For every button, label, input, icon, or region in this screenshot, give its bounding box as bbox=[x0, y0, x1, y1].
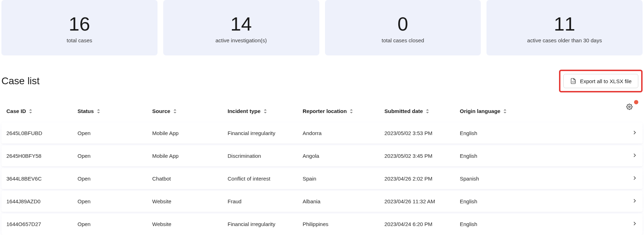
column-label: Source bbox=[152, 108, 170, 114]
svg-text:XLSX: XLSX bbox=[572, 81, 575, 83]
case-table: Case ID Status Source Incident type Repo… bbox=[0, 102, 644, 235]
table-row[interactable]: 3644L8BEV6C Open Chatbot Conflict of int… bbox=[1, 168, 643, 189]
stat-label: active investigation(s) bbox=[170, 37, 312, 43]
cell-case-id: 1644J89AZD0 bbox=[6, 198, 78, 204]
cell-submitted-date: 2023/04/26 11:32 AM bbox=[384, 198, 460, 204]
table-row[interactable]: 1644J89AZD0 Open Website Fraud Albania 2… bbox=[1, 191, 643, 212]
table-header-row: Case ID Status Source Incident type Repo… bbox=[1, 102, 643, 120]
cell-reporter-location: Albania bbox=[303, 198, 384, 204]
stat-card: 0 total cases closed bbox=[325, 0, 481, 55]
table-row[interactable]: 2645L0BFUBD Open Mobile App Financial ir… bbox=[1, 123, 643, 144]
chevron-right-icon bbox=[623, 130, 638, 136]
column-header-case-id[interactable]: Case ID bbox=[6, 108, 78, 114]
list-header: Case list XLSX Export all to XLSX file bbox=[0, 70, 644, 92]
cell-status: Open bbox=[78, 176, 152, 182]
sort-icon bbox=[97, 109, 100, 113]
stat-card: 14 active investigation(s) bbox=[163, 0, 319, 55]
chevron-right-icon bbox=[623, 152, 638, 159]
column-header-reporter-location[interactable]: Reporter location bbox=[303, 108, 384, 114]
sort-icon bbox=[29, 109, 32, 113]
stat-value: 16 bbox=[9, 14, 150, 34]
cell-case-id: 2645H0BFY58 bbox=[6, 153, 78, 159]
sort-icon bbox=[426, 109, 429, 113]
sort-icon bbox=[503, 109, 507, 113]
table-row[interactable]: 1644O657D27 Open Website Financial irreg… bbox=[1, 214, 643, 235]
column-label: Reporter location bbox=[303, 108, 347, 114]
cell-origin-language: English bbox=[460, 221, 623, 227]
cell-case-id: 2645L0BFUBD bbox=[6, 130, 78, 136]
column-header-submitted-date[interactable]: Submitted date bbox=[384, 108, 460, 114]
cell-incident-type: Conflict of interest bbox=[228, 176, 303, 182]
table-settings-button[interactable] bbox=[626, 104, 633, 111]
cell-origin-language: Spanish bbox=[460, 176, 623, 182]
column-label: Origin language bbox=[460, 108, 500, 114]
column-header-source[interactable]: Source bbox=[152, 108, 228, 114]
cell-reporter-location: Andorra bbox=[303, 130, 384, 136]
cell-status: Open bbox=[78, 198, 152, 204]
stats-row: 16 total cases 14 active investigation(s… bbox=[0, 0, 644, 55]
xlsx-file-icon: XLSX bbox=[570, 78, 576, 84]
stat-card: 11 active cases older than 30 days bbox=[486, 0, 643, 55]
cell-submitted-date: 2023/05/02 3:53 PM bbox=[384, 130, 460, 136]
cell-case-id: 3644L8BEV6C bbox=[6, 176, 78, 182]
chevron-right-icon bbox=[623, 198, 638, 205]
cell-submitted-date: 2023/05/02 3:45 PM bbox=[384, 153, 460, 159]
cell-origin-language: English bbox=[460, 153, 623, 159]
cell-source: Website bbox=[152, 198, 228, 204]
column-label: Submitted date bbox=[384, 108, 423, 114]
cell-source: Mobile App bbox=[152, 130, 228, 136]
column-label: Status bbox=[78, 108, 94, 114]
cell-reporter-location: Angola bbox=[303, 153, 384, 159]
cell-origin-language: English bbox=[460, 130, 623, 136]
cell-incident-type: Financial irregularity bbox=[228, 130, 303, 136]
chevron-right-icon bbox=[623, 221, 638, 227]
stat-label: total cases closed bbox=[332, 37, 474, 43]
cell-reporter-location: Philippines bbox=[303, 221, 384, 227]
cell-case-id: 1644O657D27 bbox=[6, 221, 78, 227]
cell-origin-language: English bbox=[460, 198, 623, 204]
cell-source: Website bbox=[152, 221, 228, 227]
svg-point-1 bbox=[629, 106, 630, 108]
column-header-incident-type[interactable]: Incident type bbox=[228, 108, 303, 114]
chevron-right-icon bbox=[623, 175, 638, 182]
cell-status: Open bbox=[78, 221, 152, 227]
stat-label: active cases older than 30 days bbox=[494, 37, 635, 43]
column-header-origin-language[interactable]: Origin language bbox=[460, 108, 631, 114]
gear-icon bbox=[626, 104, 633, 110]
cell-incident-type: Financial irregularity bbox=[228, 221, 303, 227]
cell-source: Chatbot bbox=[152, 176, 228, 182]
column-label: Case ID bbox=[6, 108, 26, 114]
cell-incident-type: Discrimination bbox=[228, 153, 303, 159]
cell-status: Open bbox=[78, 153, 152, 159]
table-body: 2645L0BFUBD Open Mobile App Financial ir… bbox=[1, 123, 643, 235]
cell-reporter-location: Spain bbox=[303, 176, 384, 182]
stat-label: total cases bbox=[9, 37, 150, 43]
notification-dot bbox=[634, 100, 638, 104]
sort-icon bbox=[264, 109, 267, 113]
export-xlsx-button[interactable]: XLSX Export all to XLSX file bbox=[563, 74, 638, 88]
case-list-title: Case list bbox=[1, 75, 39, 87]
stat-value: 14 bbox=[170, 14, 312, 34]
stat-value: 11 bbox=[494, 14, 635, 34]
export-highlight-box: XLSX Export all to XLSX file bbox=[559, 70, 643, 92]
cell-status: Open bbox=[78, 130, 152, 136]
cell-source: Mobile App bbox=[152, 153, 228, 159]
stat-value: 0 bbox=[332, 14, 474, 34]
table-row[interactable]: 2645H0BFY58 Open Mobile App Discriminati… bbox=[1, 145, 643, 166]
sort-icon bbox=[173, 109, 177, 113]
cell-submitted-date: 2023/04/26 2:02 PM bbox=[384, 176, 460, 182]
export-button-label: Export all to XLSX file bbox=[580, 78, 632, 84]
cell-incident-type: Fraud bbox=[228, 198, 303, 204]
cell-submitted-date: 2023/04/24 6:20 PM bbox=[384, 221, 460, 227]
stat-card: 16 total cases bbox=[1, 0, 158, 55]
sort-icon bbox=[350, 109, 353, 113]
column-label: Incident type bbox=[228, 108, 261, 114]
column-header-status[interactable]: Status bbox=[78, 108, 152, 114]
